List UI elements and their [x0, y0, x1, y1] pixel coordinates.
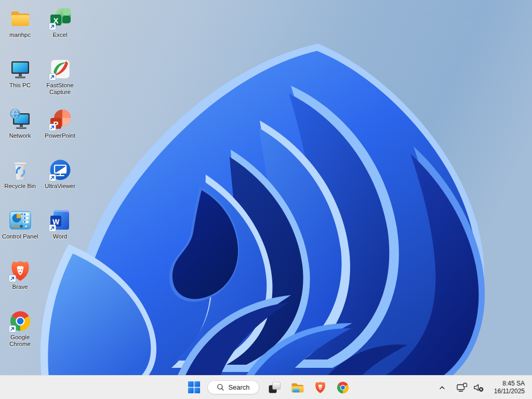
file-explorer-button[interactable] [287, 377, 308, 398]
desktop-icon-google-chrome[interactable]: Google Chrome [0, 309, 40, 360]
desktop-icon-control-panel[interactable]: Control Panel [0, 208, 40, 259]
windows-start-icon [188, 381, 201, 394]
clock[interactable]: 8:45 SA 16/11/2025 [492, 379, 529, 396]
desktop-icon-faststone-capture[interactable]: FastStone Capture [40, 57, 80, 108]
desktop-icon-network[interactable]: Network [0, 108, 40, 158]
desktop-icon-label: Word [53, 233, 67, 240]
desktop-icon-excel[interactable]: X Excel [40, 7, 80, 57]
clock-time: 8:45 SA [494, 380, 525, 388]
tray-overflow-button[interactable] [435, 379, 449, 396]
taskbar-center-group: Search [185, 376, 353, 399]
start-button[interactable] [185, 377, 203, 398]
brave-button[interactable] [310, 377, 330, 398]
desktop-icon-label: Control Panel [2, 233, 38, 240]
file-explorer-icon [290, 381, 304, 394]
desktop-icon-powerpoint[interactable]: P PowerPoint [40, 108, 80, 158]
system-tray: 8:45 SA 16/11/2025 [435, 376, 529, 399]
clock-date: 16/11/2025 [494, 388, 525, 395]
desktop-icon-ultraviewer[interactable]: UltraViewer [40, 158, 80, 208]
chrome-button[interactable] [332, 377, 353, 398]
search-label: Search [228, 383, 249, 391]
chevron-up-icon [438, 384, 446, 391]
this-pc-icon [9, 58, 32, 81]
desktop-icon-label: Recycle Bin [4, 183, 36, 190]
network-places-icon [9, 108, 32, 131]
taskbar: Search [0, 375, 532, 399]
desktop-icon-label: Excel [52, 32, 67, 38]
desktop-icon-this-pc[interactable]: This PC [0, 57, 40, 108]
desktop-icon-label: Brave [12, 284, 28, 290]
shortcut-arrow-icon [49, 224, 56, 232]
shortcut-arrow-icon [49, 73, 56, 81]
desktop-icon-label: manhpc [9, 32, 31, 38]
ethernet-network-icon [457, 382, 469, 392]
network-volume-button[interactable] [453, 379, 488, 396]
desktop-icon-manhpc[interactable]: manhpc [0, 7, 40, 57]
chrome-icon [336, 381, 350, 394]
desktop-icon-word[interactable]: W Word [40, 208, 80, 259]
shortcut-arrow-icon [49, 174, 56, 181]
desktop[interactable]: manhpc This PC [0, 0, 532, 399]
search-box[interactable]: Search [207, 380, 259, 394]
desktop-icon-label: UltraViewer [45, 183, 75, 190]
shortcut-arrow-icon [9, 275, 16, 282]
desktop-icon-grid: manhpc This PC [0, 7, 80, 360]
desktop-icon-label: Google Chrome [1, 334, 40, 348]
desktop-icon-label: FastStone Capture [41, 82, 80, 96]
desktop-icon-recycle-bin[interactable]: Recycle Bin [0, 158, 40, 208]
volume-muted-icon [473, 383, 484, 392]
shortcut-arrow-icon [9, 325, 16, 332]
search-icon [217, 383, 224, 391]
shortcut-arrow-icon [49, 23, 56, 30]
desktop-icon-brave[interactable]: Brave [0, 259, 40, 309]
task-view-button[interactable] [264, 377, 285, 398]
control-panel-icon [9, 209, 32, 232]
desktop-icon-label: Network [9, 132, 31, 139]
shortcut-arrow-icon [49, 124, 56, 131]
folder-icon [9, 7, 32, 30]
desktop-icon-label: This PC [9, 82, 31, 89]
brave-icon [314, 381, 327, 394]
task-view-icon [268, 381, 281, 394]
recycle-bin-icon [9, 158, 32, 181]
desktop-icon-label: PowerPoint [45, 132, 75, 139]
